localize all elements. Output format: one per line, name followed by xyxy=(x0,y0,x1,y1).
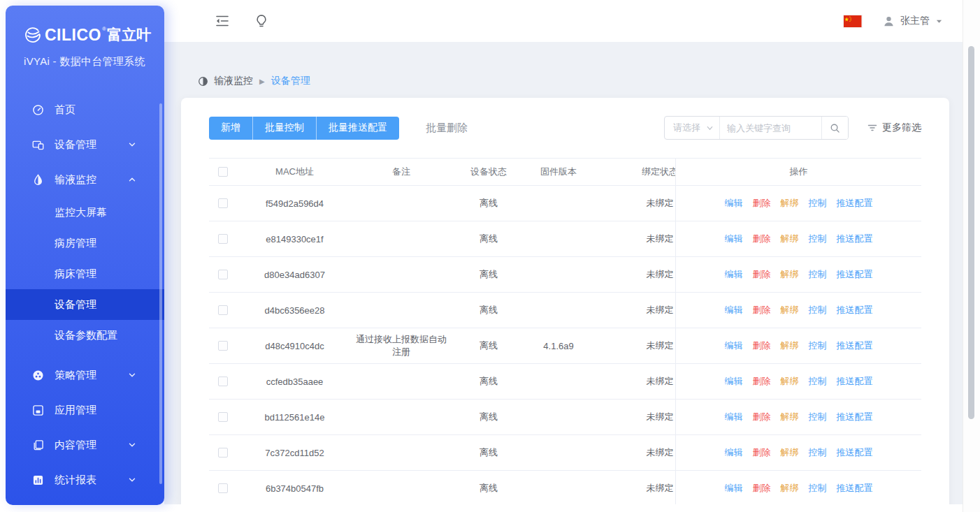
row-action-unbind[interactable]: 解绑 xyxy=(781,304,799,316)
sidebar-item-app-management[interactable]: 应用管理 xyxy=(6,393,164,427)
row-action-control[interactable]: 控制 xyxy=(809,482,827,495)
cell-device-status: 离线 xyxy=(450,304,527,316)
row-action-control[interactable]: 控制 xyxy=(809,375,827,388)
row-action-push-config[interactable]: 推送配置 xyxy=(837,375,873,388)
row-action-edit[interactable]: 编辑 xyxy=(725,339,743,352)
row-action-push-config[interactable]: 推送配置 xyxy=(837,482,873,495)
row-action-unbind[interactable]: 解绑 xyxy=(781,375,799,388)
sidebar-item-device-management[interactable]: 设备管理 xyxy=(6,127,164,162)
table-row: f549d2a596d4 离线 未绑定 编辑删除解绑控制推送配置 xyxy=(209,186,921,221)
row-action-delete[interactable]: 删除 xyxy=(753,375,771,388)
row-action-control[interactable]: 控制 xyxy=(809,268,827,281)
row-action-unbind[interactable]: 解绑 xyxy=(781,411,799,423)
breadcrumb-current[interactable]: 设备管理 xyxy=(271,75,310,87)
sidebar-item-device-management-sub[interactable]: 设备管理 xyxy=(6,289,164,320)
row-checkbox[interactable] xyxy=(218,376,228,386)
sidebar-item-home[interactable]: 首页 xyxy=(6,92,164,127)
row-action-push-config[interactable]: 推送配置 xyxy=(837,339,873,352)
sidebar-item-strategy-management[interactable]: 策略管理 xyxy=(6,358,164,393)
chevron-up-icon xyxy=(128,175,136,184)
sidebar-item-label: 设备管理 xyxy=(55,298,96,312)
row-action-control[interactable]: 控制 xyxy=(809,197,827,210)
sidebar-item-device-parameter-config[interactable]: 设备参数配置 xyxy=(6,320,164,351)
row-action-delete[interactable]: 删除 xyxy=(753,304,771,316)
row-checkbox[interactable] xyxy=(218,198,228,208)
row-action-push-config[interactable]: 推送配置 xyxy=(837,411,873,423)
row-action-unbind[interactable]: 解绑 xyxy=(781,197,799,210)
row-checkbox[interactable] xyxy=(218,341,228,351)
keyword-search-input[interactable] xyxy=(719,117,821,139)
page-scrollbar-track[interactable] xyxy=(963,0,980,512)
add-button[interactable]: 新增 xyxy=(209,117,252,140)
row-action-push-config[interactable]: 推送配置 xyxy=(837,446,873,459)
sidebar-item-monitor-big-screen[interactable]: 监控大屏幕 xyxy=(6,197,164,228)
row-action-control[interactable]: 控制 xyxy=(809,339,827,352)
select-all-checkbox[interactable] xyxy=(218,167,228,177)
row-checkbox[interactable] xyxy=(218,270,228,279)
sidebar-scrollbar-thumb[interactable] xyxy=(159,103,162,484)
search-button[interactable] xyxy=(821,117,848,139)
sidebar-item-statistics-report[interactable]: 统计报表 xyxy=(6,462,164,497)
row-action-push-config[interactable]: 推送配置 xyxy=(837,197,873,210)
row-action-push-config[interactable]: 推送配置 xyxy=(837,268,873,281)
user-menu-caret-icon[interactable] xyxy=(935,17,943,25)
cell-device-status: 离线 xyxy=(450,375,527,388)
row-action-unbind[interactable]: 解绑 xyxy=(781,446,799,459)
row-action-delete[interactable]: 删除 xyxy=(753,339,771,352)
collapse-sidebar-icon[interactable] xyxy=(215,14,229,28)
row-action-edit[interactable]: 编辑 xyxy=(725,446,743,459)
row-action-delete[interactable]: 删除 xyxy=(753,197,771,210)
user-name[interactable]: 张主管 xyxy=(900,15,930,27)
sidebar-item-bed-management[interactable]: 病床管理 xyxy=(6,258,164,289)
row-action-edit[interactable]: 编辑 xyxy=(725,233,743,245)
row-action-delete[interactable]: 删除 xyxy=(753,446,771,459)
more-filter-button[interactable]: 更多筛选 xyxy=(867,122,921,134)
row-action-control[interactable]: 控制 xyxy=(809,233,827,245)
cell-device-status: 离线 xyxy=(450,268,527,281)
brand-name-cn: 富立叶 xyxy=(107,25,151,45)
batch-delete-button[interactable]: 批量删除 xyxy=(426,122,468,135)
sidebar-item-label: 应用管理 xyxy=(55,404,96,417)
row-checkbox[interactable] xyxy=(218,483,228,493)
sidebar-item-label: 策略管理 xyxy=(55,369,96,382)
row-action-edit[interactable]: 编辑 xyxy=(725,482,743,495)
sidebar-item-content-management[interactable]: 内容管理 xyxy=(6,427,164,462)
row-action-unbind[interactable]: 解绑 xyxy=(781,233,799,245)
row-action-delete[interactable]: 删除 xyxy=(753,482,771,495)
row-action-edit[interactable]: 编辑 xyxy=(725,304,743,316)
page-scrollbar-thumb[interactable] xyxy=(968,46,974,419)
row-action-control[interactable]: 控制 xyxy=(809,304,827,316)
sidebar-item-infusion-monitoring[interactable]: 输液监控 xyxy=(6,162,164,197)
row-action-unbind[interactable]: 解绑 xyxy=(781,268,799,281)
primary-button-group: 新增 批量控制 批量推送配置 xyxy=(209,117,399,140)
row-action-push-config[interactable]: 推送配置 xyxy=(837,304,873,316)
row-action-control[interactable]: 控制 xyxy=(809,411,827,423)
china-flag-icon[interactable] xyxy=(844,15,862,27)
row-action-edit[interactable]: 编辑 xyxy=(725,197,743,210)
filter-field-select[interactable]: 请选择 xyxy=(665,117,719,139)
row-action-unbind[interactable]: 解绑 xyxy=(781,339,799,352)
sidebar-item-ward-management[interactable]: 病房管理 xyxy=(6,228,164,258)
row-action-delete[interactable]: 删除 xyxy=(753,411,771,423)
row-checkbox[interactable] xyxy=(218,448,228,458)
row-checkbox[interactable] xyxy=(218,234,228,244)
user-avatar-icon xyxy=(883,15,895,27)
sidebar-menu: 首页 设备管理 输液监控 监控大屏幕 病房管理 病床管理 设备管理 xyxy=(6,92,164,497)
row-action-unbind[interactable]: 解绑 xyxy=(781,482,799,495)
row-action-push-config[interactable]: 推送配置 xyxy=(837,233,873,245)
cell-device-status: 离线 xyxy=(450,411,527,423)
row-checkbox[interactable] xyxy=(218,305,228,315)
row-action-edit[interactable]: 编辑 xyxy=(725,268,743,281)
batch-control-button[interactable]: 批量控制 xyxy=(252,117,316,140)
row-action-delete[interactable]: 删除 xyxy=(753,233,771,245)
row-checkbox[interactable] xyxy=(218,412,228,422)
header-operation: 操作 xyxy=(675,159,921,185)
batch-push-config-button[interactable]: 批量推送配置 xyxy=(316,117,399,140)
row-action-edit[interactable]: 编辑 xyxy=(725,375,743,388)
cell-device-status: 离线 xyxy=(450,197,527,210)
table-row: e8149330ce1f 离线 未绑定 编辑删除解绑控制推送配置 xyxy=(209,221,921,257)
row-action-control[interactable]: 控制 xyxy=(809,446,827,459)
row-action-delete[interactable]: 删除 xyxy=(753,268,771,281)
row-action-edit[interactable]: 编辑 xyxy=(725,411,743,423)
lightbulb-icon[interactable] xyxy=(254,14,268,28)
